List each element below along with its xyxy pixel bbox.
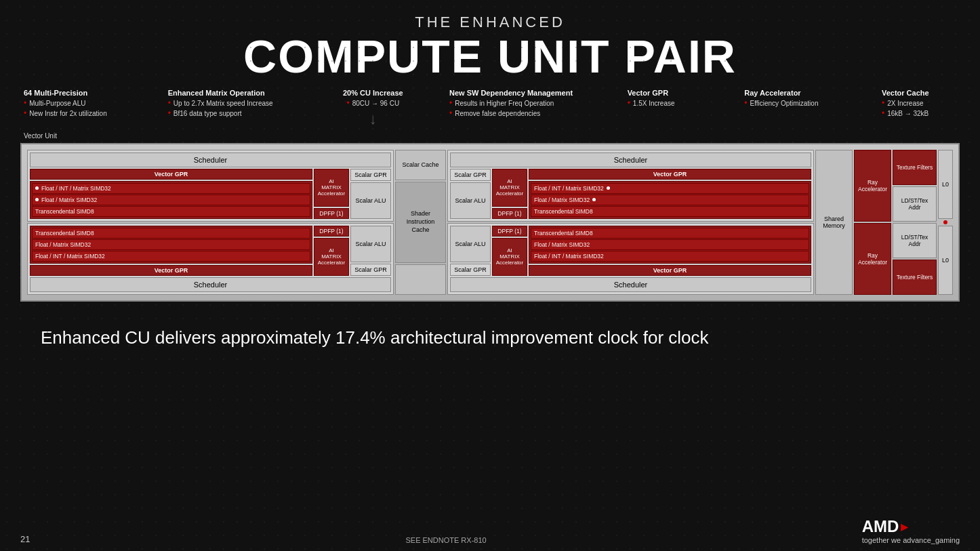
header-title: COMPUTE UNIT PAIR <box>0 31 980 82</box>
ann-text: Bf16 data type support <box>173 109 242 118</box>
footer-note: SEE ENDNOTE RX-810 <box>405 536 486 544</box>
acc-label: Accelerator <box>318 190 345 197</box>
shared-mem-label: Shared Memory <box>818 216 850 229</box>
ann-bullet-2-2: • Bf16 data type support <box>168 109 297 118</box>
simd-item-l1: Transcendental SIMD8 <box>32 228 310 239</box>
right-vgpr-upper: Vector GPR Float / INT / Matrix SIMD32 F… <box>529 169 811 219</box>
tex-ld-lower: LD/ST/Tex Addr Texture Filters <box>893 223 937 295</box>
ann-bullet-4-1: • Results in Higher Freq Operation <box>449 99 592 108</box>
page: THE ENHANCED COMPUTE UNIT PAIR 64 Multi-… <box>0 0 980 551</box>
left-scalar-upper: Scalar GPR Scalar ALU <box>350 169 391 219</box>
acc-label: Accelerator <box>318 260 345 266</box>
annotations-bar: 64 Multi-Precision • Multi-Purpose ALU •… <box>0 89 980 140</box>
ray-acc-upper: Ray Accelerator <box>854 150 891 222</box>
left-cu-lower: Transcendental SIMD8 Float / Matrix SIMD… <box>27 223 394 295</box>
acc-label: Accelerator <box>496 260 523 266</box>
ann-bullet-7-1: • 2X Increase <box>882 99 956 108</box>
right-scalar-gpr-upper: Scalar GPR <box>450 169 491 181</box>
ai-label: AI <box>507 178 512 184</box>
simd-label: Transcendental SIMD8 <box>35 230 94 237</box>
left-vgpr-upper: Vector GPR Float / INT / Matrix SIMD32 F… <box>30 169 312 219</box>
right-dpfp-upper: DPFP (1) <box>492 208 527 219</box>
bottom-text-container: Enhanced CU delivers approximately 17.4%… <box>0 302 980 355</box>
right-lower-inner: Scalar ALU Scalar GPR DPFP (1) AI MATRIX… <box>450 226 811 276</box>
ann-bullet-6-1: • Efficiency Optimization <box>744 99 846 108</box>
simd-label: Transcendental SIMD8 <box>35 208 94 215</box>
l0-col: L0 L0 <box>938 150 953 295</box>
l0-dot <box>943 220 947 224</box>
simd-item-1: Float / INT / Matrix SIMD32 <box>32 183 310 194</box>
bullet-dot: • <box>24 99 26 107</box>
ann-bullet-2-1: • Up to 2.7x Matrix speed Increase <box>168 99 297 108</box>
right-scalar-gpr-lower: Scalar GPR <box>450 264 491 276</box>
simd-item-l3: Float / INT / Matrix SIMD32 <box>32 251 310 262</box>
left-vgpr-header-upper: Vector GPR <box>30 169 312 180</box>
scalar-cache: Scalar Cache <box>395 150 446 180</box>
tex-ld-upper: Texture Filters LD/ST/Tex Addr <box>893 150 937 222</box>
simd-dot-r <box>607 186 610 190</box>
ann-text: 16kB → 32kB <box>887 109 928 118</box>
ann-text: 80CU → 96 CU <box>352 99 399 108</box>
ray-accelerator-col: Ray Accelerator Ray Accelerator <box>854 150 891 295</box>
bullet-dot: • <box>346 99 349 107</box>
left-vgpr-header-lower: Vector GPR <box>30 265 312 276</box>
ann-text: Results in Higher Freq Operation <box>455 99 554 108</box>
ann-title-5: Vector GPR <box>628 89 709 97</box>
simd-dot <box>35 198 39 201</box>
left-scalar-gpr-upper: Scalar GPR <box>350 169 391 181</box>
simd-label: Float / Matrix SIMD32 <box>35 241 91 248</box>
matrix-label: MATRIX <box>321 184 342 190</box>
simd-label: Float / INT / Matrix SIMD32 <box>41 185 111 192</box>
left-ai-block-lower: AI MATRIX Accelerator <box>314 238 349 276</box>
right-dpfp-lower: DPFP (1) <box>492 226 527 237</box>
right-vgpr-header-lower: Vector GPR <box>529 265 811 276</box>
ray-acc-lower: Ray Accelerator <box>854 223 891 295</box>
right-scalar-alu-upper: Scalar ALU <box>450 182 491 219</box>
right-simd-l2: Float / Matrix SIMD32 <box>531 239 809 250</box>
right-extras: Shared Memory Ray Accelerator Ray Accele… <box>815 150 953 295</box>
shader-instruction-cache: Shader Instruction Cache <box>395 182 446 263</box>
right-simd-l3: Float / INT / Matrix SIMD32 <box>531 251 809 262</box>
ann-group-vgpr: Vector GPR • 1.5X Increase <box>624 89 712 109</box>
bullet-dot: • <box>744 99 747 107</box>
ann-bullet-3-1: • 80CU → 96 CU <box>332 99 413 108</box>
right-scalar-lower-left: Scalar ALU Scalar GPR <box>450 226 491 276</box>
ann-bullet-4-2: • Remove false dependencies <box>449 109 592 118</box>
left-simd-container-upper: Float / INT / Matrix SIMD32 Float / Matr… <box>30 181 312 219</box>
tex-ld-col: Texture Filters LD/ST/Tex Addr LD/ST/Tex… <box>893 150 937 295</box>
amd-logo: AMD ▸ <box>862 517 960 536</box>
bullet-dot: • <box>449 109 452 117</box>
amd-tagline: together we advance_gaming <box>862 536 960 544</box>
right-scalar-upper-left: Scalar GPR Scalar ALU <box>450 169 491 219</box>
arrow-down: ↓ <box>332 110 413 128</box>
header-subtitle: THE ENHANCED <box>0 14 980 31</box>
left-vgpr-lower: Transcendental SIMD8 Float / Matrix SIMD… <box>30 226 312 276</box>
simd-label: Float / INT / Matrix SIMD32 <box>534 253 604 260</box>
shared-memory: Shared Memory <box>815 150 853 295</box>
right-simd-3: Transcendental SIMD8 <box>531 206 809 217</box>
tex-filters-lower: Texture Filters <box>893 260 937 295</box>
left-ai-block-upper: AI MATRIX Accelerator <box>314 169 349 207</box>
right-simd-l1: Transcendental SIMD8 <box>531 228 809 239</box>
simd-label: Transcendental SIMD8 <box>534 208 593 215</box>
bullet-dot: • <box>882 109 884 117</box>
left-lower-inner: Transcendental SIMD8 Float / Matrix SIMD… <box>30 226 391 276</box>
right-vgpr-lower: Transcendental SIMD8 Float / Matrix SIMD… <box>529 226 811 276</box>
ann-bullet-7-2: • 16kB → 32kB <box>882 109 956 118</box>
left-scalar-alu-upper: Scalar ALU <box>350 182 391 219</box>
simd-label: Transcendental SIMD8 <box>534 230 593 237</box>
ann-group-sw: New SW Dependency Management • Results i… <box>446 89 595 119</box>
right-scheduler-upper: Scheduler <box>450 152 811 167</box>
right-scheduler-lower: Scheduler <box>450 277 811 292</box>
right-simd-2: Float / Matrix SIMD32 <box>531 195 809 205</box>
right-simd-lower: Transcendental SIMD8 Float / Matrix SIMD… <box>529 226 811 264</box>
left-scheduler-upper: Scheduler <box>30 152 391 167</box>
right-simd-1: Float / INT / Matrix SIMD32 <box>531 183 809 194</box>
left-dpfp-lower: DPFP (1) <box>314 226 349 237</box>
ann-group-cu: 20% CU Increase • 80CU → 96 CU ↓ <box>329 89 417 128</box>
ann-group-vcache: Vector Cache • 2X Increase • 16kB → 32kB <box>878 89 960 119</box>
ann-group-matrix: Enhanced Matrix Operation • Up to 2.7x M… <box>165 89 300 119</box>
amd-icon: ▸ <box>901 518 907 535</box>
ld-tex-lower: LD/ST/Tex Addr <box>893 223 937 258</box>
big-diagram: Scheduler Vector GPR Float / INT / Matri… <box>27 150 953 295</box>
